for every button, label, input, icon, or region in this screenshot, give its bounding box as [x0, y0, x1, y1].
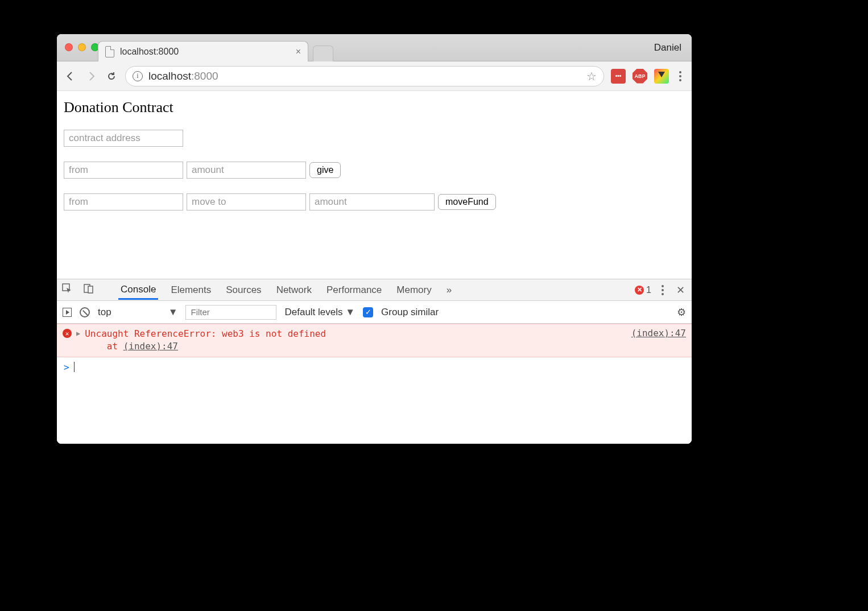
contract-address-row: [64, 130, 685, 147]
error-message: Uncaught ReferenceError: web3 is not def…: [85, 328, 626, 353]
chevron-down-icon: ▼: [168, 307, 178, 318]
contract-address-input[interactable]: [64, 130, 183, 147]
tab-performance[interactable]: Performance: [324, 281, 384, 299]
context-selector[interactable]: top ▼: [98, 307, 177, 318]
site-info-icon[interactable]: i: [133, 71, 143, 81]
tab-sources[interactable]: Sources: [224, 281, 263, 299]
browser-menu-icon[interactable]: [676, 71, 685, 81]
extension-lastpass-icon[interactable]: •••: [611, 69, 626, 84]
movefund-row: moveFund: [64, 193, 685, 210]
console-toolbar: top ▼ Default levels ▼ ✓ Group similar ⚙: [57, 301, 692, 324]
inspect-element-icon[interactable]: [61, 283, 73, 297]
console-output: ✕ ▶ Uncaught ReferenceError: web3 is not…: [57, 324, 692, 444]
minimize-window-icon[interactable]: [78, 43, 86, 51]
error-icon: ✕: [635, 286, 644, 295]
new-tab-button[interactable]: [313, 46, 333, 61]
text-cursor: [74, 362, 75, 372]
context-label: top: [98, 307, 111, 318]
page-icon: [105, 46, 114, 57]
give-amount-input[interactable]: [187, 162, 306, 179]
give-button[interactable]: give: [309, 162, 341, 178]
browser-tab[interactable]: localhost:8000 ×: [98, 41, 308, 61]
tab-more[interactable]: »: [444, 281, 454, 299]
move-to-input[interactable]: [187, 193, 306, 210]
devtools-menu-icon[interactable]: [662, 285, 664, 295]
browser-window: localhost:8000 × Daniel i localhost:8000…: [57, 34, 692, 444]
toggle-device-icon[interactable]: [83, 283, 94, 297]
movefund-button[interactable]: moveFund: [438, 194, 496, 210]
give-from-input[interactable]: [64, 162, 183, 179]
expand-icon[interactable]: ▶: [76, 329, 80, 337]
tab-elements[interactable]: Elements: [168, 281, 213, 299]
error-count-badge[interactable]: ✕ 1: [635, 285, 651, 295]
devtools-close-icon[interactable]: ✕: [674, 284, 687, 296]
tab-memory[interactable]: Memory: [394, 281, 433, 299]
bookmark-star-icon[interactable]: ☆: [586, 69, 597, 83]
tab-strip: localhost:8000 × Daniel: [57, 34, 692, 61]
page-content: Donation Contract give moveFund: [57, 91, 692, 237]
close-window-icon[interactable]: [65, 43, 73, 51]
devtools-panel: Console Elements Sources Network Perform…: [57, 279, 692, 444]
console-prompt[interactable]: >: [57, 357, 692, 377]
give-row: give: [64, 162, 685, 179]
group-similar-checkbox[interactable]: ✓: [363, 307, 373, 317]
address-bar[interactable]: i localhost:8000 ☆: [125, 66, 604, 86]
console-error-row[interactable]: ✕ ▶ Uncaught ReferenceError: web3 is not…: [57, 324, 692, 357]
tab-console[interactable]: Console: [118, 280, 158, 300]
move-amount-input[interactable]: [309, 193, 435, 210]
forward-button[interactable]: [84, 69, 98, 83]
profile-name[interactable]: Daniel: [654, 42, 681, 53]
tab-close-icon[interactable]: ×: [296, 47, 301, 57]
prompt-chevron-icon: >: [64, 362, 69, 373]
tab-network[interactable]: Network: [274, 281, 314, 299]
console-filter-input[interactable]: [185, 305, 276, 320]
tab-title: localhost:8000: [120, 47, 179, 57]
back-button[interactable]: [64, 69, 77, 83]
reload-button[interactable]: [105, 69, 118, 83]
window-controls: [65, 43, 99, 51]
error-icon: ✕: [63, 329, 72, 338]
extension-download-icon[interactable]: [654, 69, 669, 84]
error-count: 1: [646, 285, 651, 295]
console-settings-icon[interactable]: ⚙: [677, 306, 686, 319]
error-source-link[interactable]: (index):47: [631, 328, 686, 338]
move-from-input[interactable]: [64, 193, 183, 210]
group-similar-label: Group similar: [381, 307, 439, 318]
log-levels-selector[interactable]: Default levels ▼: [284, 307, 355, 318]
page-title: Donation Contract: [64, 99, 685, 116]
clear-console-icon[interactable]: [80, 307, 90, 317]
browser-toolbar: i localhost:8000 ☆ ••• ABP: [57, 61, 692, 91]
extension-abp-icon[interactable]: ABP: [633, 69, 647, 84]
devtools-tabs: Console Elements Sources Network Perform…: [57, 279, 692, 301]
chevron-down-icon: ▼: [345, 307, 355, 317]
url-text: localhost:8000: [148, 70, 218, 82]
execution-context-icon[interactable]: [63, 308, 72, 317]
svg-rect-2: [88, 286, 93, 293]
